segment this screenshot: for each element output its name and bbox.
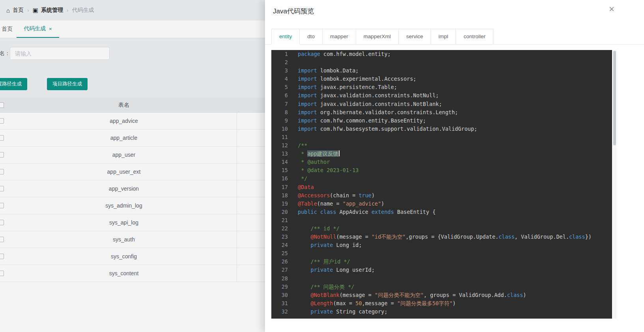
code-token: org.hibernate.validator.constraints.Leng… [317, 109, 458, 115]
code-line: 1package com.hfw.model.entity; [271, 50, 612, 58]
code-line: 24 private Long id; [271, 241, 612, 249]
line-number: 19 [271, 200, 288, 208]
code-token: lombok.Data; [317, 67, 359, 74]
code-token: @NotNull [311, 234, 336, 240]
code-line: 29 /** 问题分类 */ [271, 283, 612, 291]
code-token [298, 308, 311, 315]
drawer-tab-service[interactable]: service [398, 29, 431, 45]
code-token [317, 209, 320, 215]
drawer-tabs: entitydtomappermapperXmlserviceimplcontr… [271, 29, 493, 45]
line-number: 4 [271, 75, 288, 83]
code-token: import [298, 126, 317, 132]
line-content: * app建议反馈 [288, 150, 340, 158]
line-content [288, 133, 298, 141]
line-content: import lombok.experimental.Accessors; [288, 75, 416, 83]
code-token: "问题分类最多50字符" [397, 300, 453, 306]
line-content: import javax.persistence.Table; [288, 83, 397, 91]
code-token: class [569, 234, 585, 240]
line-content: @Table(name = "app_advice") [288, 200, 385, 208]
line-number: 2 [271, 58, 288, 67]
code-token: import [298, 109, 317, 115]
code-token: , groups = ValidGroup.Add. [424, 292, 507, 298]
line-number: 32 [271, 308, 288, 316]
code-token: * [298, 150, 307, 157]
line-number: 10 [271, 125, 288, 133]
code-line: 13 * app建议反馈 [271, 150, 612, 158]
code-token: ) [371, 192, 375, 198]
text-cursor [339, 150, 340, 156]
code-token: "app_advice" [343, 200, 381, 207]
code-token: @NotBlank [311, 292, 340, 298]
code-line: 16 */ [271, 174, 612, 183]
code-line: 10import com.hfw.basesystem.support.vali… [271, 125, 612, 133]
line-number: 24 [271, 241, 288, 249]
code-token: extends [371, 209, 394, 215]
line-number: 11 [271, 133, 288, 141]
drawer-tab-mapperXml[interactable]: mapperXml [356, 29, 399, 45]
code-token [298, 258, 311, 265]
drawer-tab-dto[interactable]: dto [299, 29, 323, 45]
code-token: /** 用户id */ [311, 258, 350, 265]
code-token: class [320, 209, 336, 215]
code-line: 12/** [271, 141, 612, 150]
line-content [288, 58, 298, 67]
code-token: private [311, 308, 333, 315]
drawer-mask[interactable] [0, 0, 265, 332]
code-token: * @date 2023-01-13 [298, 167, 358, 173]
code-token [298, 242, 311, 248]
code-token: }) [585, 234, 592, 240]
code-token [298, 234, 311, 240]
line-content: @NotBlank(message = "问题分类不能为空", groups =… [288, 291, 526, 299]
code-token: com.hfw.common.entity.BaseEntity; [317, 117, 426, 124]
line-number: 26 [271, 258, 288, 266]
line-content: */ [288, 174, 307, 183]
drawer-tab-mapper[interactable]: mapper [322, 29, 356, 45]
code-token: import [298, 67, 317, 74]
code-token: import [298, 101, 317, 107]
code-line: 4import lombok.experimental.Accessors; [271, 75, 612, 83]
code-line: 5import javax.persistence.Table; [271, 83, 612, 91]
line-content: /** 用户id */ [288, 258, 350, 266]
line-content: * @date 2023-01-13 [288, 166, 358, 174]
drawer-tab-impl[interactable]: impl [431, 29, 456, 45]
code-token: ,groups = {ValidGroup.Update. [405, 234, 498, 240]
code-token: javax.persistence.Table; [317, 84, 397, 90]
code-token: import [298, 117, 317, 124]
line-number: 27 [271, 266, 288, 274]
code-token: Long userId; [333, 267, 375, 273]
code-line: 8import org.hibernate.validator.constrai… [271, 108, 612, 117]
code-token: */ [298, 175, 307, 182]
line-content [288, 275, 298, 283]
code-token: Long id; [333, 242, 362, 248]
code-line: 3import lombok.Data; [271, 67, 612, 75]
code-token: (message = [336, 234, 371, 240]
code-token: /** 问题分类 */ [311, 284, 355, 290]
code-token: javax.validation.constraints.NotBlank; [317, 101, 442, 107]
close-icon[interactable]: × [607, 4, 617, 14]
line-content: public class AppAdvice extends BaseEntit… [288, 208, 436, 216]
code-token [298, 300, 311, 306]
line-number: 16 [271, 174, 288, 183]
line-content: private String category; [288, 308, 388, 316]
line-content: /** [288, 141, 307, 150]
code-token: String category; [333, 308, 387, 315]
editor-scrollbar-thumb[interactable] [613, 51, 616, 145]
line-number: 18 [271, 191, 288, 200]
line-number: 3 [271, 67, 288, 75]
line-content: @NotNull(message = "id不能为空",groups = {Va… [288, 233, 592, 241]
drawer-tab-entity[interactable]: entity [271, 29, 300, 45]
editor-scrollbar-track[interactable] [613, 50, 616, 319]
line-number: 15 [271, 166, 288, 174]
code-token: BaseEntity { [394, 209, 436, 215]
line-number: 13 [271, 150, 288, 158]
code-token: private [311, 242, 333, 248]
line-number: 1 [271, 50, 288, 58]
line-number: 5 [271, 83, 288, 91]
drawer-tab-controller[interactable]: controller [455, 29, 493, 45]
line-content [288, 249, 298, 258]
code-editor[interactable]: 1package com.hfw.model.entity;23import l… [271, 50, 612, 319]
line-number: 29 [271, 283, 288, 291]
code-token: /** [298, 142, 307, 148]
line-content: import com.hfw.basesystem.support.valida… [288, 125, 477, 133]
line-number: 8 [271, 108, 288, 117]
